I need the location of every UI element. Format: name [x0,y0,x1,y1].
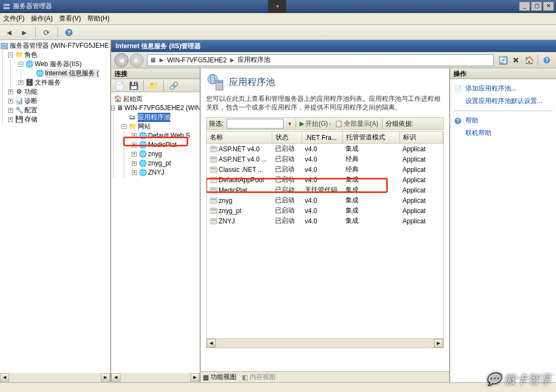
apppool-big-icon [206,73,225,91]
breadcrumb-node[interactable]: 应用程序池 [238,55,270,65]
refresh-button[interactable]: ⟳ [41,27,53,38]
minimize-button[interactable]: _ [519,2,530,11]
conn-znyg-pt[interactable]: +🌐znyg_pt [132,159,200,168]
menu-file[interactable]: 文件(F) [3,14,24,23]
table-row[interactable]: ASP.NET v4.0 ...已启动v4.0经典Applicat [207,154,443,164]
table-row[interactable]: znyg_pt已启动v4.0集成Applicat [207,205,443,216]
expand-icon[interactable]: + [8,117,13,122]
scroll-right-button[interactable]: ► [190,373,200,382]
expand-icon[interactable]: + [18,80,23,85]
start-button[interactable]: ▶开始(G) - [299,119,331,128]
collapse-icon[interactable]: − [111,106,115,111]
svg-rect-17 [211,168,216,169]
grid-header-row: 名称 状态 .NET Fra... 托管管道模式 标识 [207,132,443,144]
conn-startpage[interactable]: 🏠起始页 [111,94,200,104]
collapse-icon[interactable]: − [18,62,23,67]
action-online-help[interactable]: 联机帮助 [453,127,553,139]
col-pipeline[interactable]: 托管管道模式 [342,132,399,144]
expand-icon[interactable]: + [132,152,137,157]
breadcrumb[interactable]: 🖥 ▶ WIN-F7VFG5JEHE2 ▶ 应用程序池 [147,54,494,66]
menu-view[interactable]: 查看(V) [59,14,81,23]
tab-feature-view[interactable]: ▦功能视图 [203,372,237,382]
expand-icon[interactable]: + [132,170,137,175]
menu-help[interactable]: 帮助(H) [87,14,110,23]
chevron-down-icon[interactable]: ▼ [287,121,292,127]
col-name[interactable]: 名称 [207,132,272,144]
menu-action[interactable]: 操作(A) [31,14,53,23]
expand-icon[interactable]: + [132,143,137,147]
action-add-apppool[interactable]: 📄添加应用程序池... [453,82,553,95]
link-button[interactable]: 🔗 [168,80,180,92]
apppool-icon [210,156,218,163]
tree-web-iis[interactable]: −🌐Web 服务器(IIS) [18,60,110,69]
table-row[interactable]: znyg已启动v4.0集成Applicat [207,195,443,205]
table-row[interactable]: Classic .NET ...已启动v4.0经典Applicat [207,164,443,175]
conn-znyj[interactable]: +🌐ZNYJ [132,168,200,177]
scroll-right-button[interactable]: ► [101,373,110,382]
globe-icon: 🌐 [138,132,147,140]
svg-text:?: ? [456,118,459,124]
filter-input[interactable] [227,119,284,128]
home-button[interactable]: 🏠 [523,54,535,66]
stop-button[interactable]: ✖ [510,54,522,66]
expand-icon[interactable]: + [132,161,137,166]
table-row[interactable]: DefaultAppPool已启动v4.0集成Applicat [207,175,443,185]
close-button[interactable]: ✕ [543,2,554,11]
sites-icon: 📁 [128,123,137,131]
showall-label: 全部显示(A) [344,119,379,128]
nav-fwd-button[interactable]: ► [130,53,144,67]
back-button[interactable]: ◄ [3,27,15,38]
svg-rect-13 [211,147,216,149]
folder-button[interactable]: 📁 [148,80,159,92]
forward-button[interactable]: ► [18,27,30,38]
expand-icon[interactable]: + [8,108,13,113]
conn-apppools[interactable]: 🗂应用程序池 [122,113,200,122]
scroll-left-button[interactable]: ◄ [207,339,216,348]
tree-storage[interactable]: +💾存储 [8,115,110,124]
maximize-button[interactable]: ▢ [531,2,542,11]
apppool-icon [210,166,218,173]
conn-tool-icon[interactable]: 📄 [113,80,125,92]
tree-diag[interactable]: +📊诊断 [8,97,110,106]
help-button[interactable]: ? [63,27,75,38]
col-status[interactable]: 状态 [272,132,302,144]
fileserver-icon: 🗄️ [25,79,34,87]
tree-iis[interactable]: 🌐Internet 信息服务 ( [29,69,110,78]
save-button[interactable]: 💾 [127,80,139,92]
col-net[interactable]: .NET Fra... [302,132,342,144]
nav-back-button[interactable]: ◄ [114,53,129,67]
tree-file-svc[interactable]: +🗄️文件服务 [18,78,110,87]
tree-roles[interactable]: −📁角色 [8,50,110,60]
scroll-right-button[interactable]: ► [434,339,443,348]
collapse-icon[interactable]: − [122,124,126,129]
conn-medicplat[interactable]: +🌐MedicPlat [132,140,200,150]
breadcrumb-host[interactable]: WIN-F7VFG5JEHE2 [167,56,227,64]
action-help[interactable]: ?帮助 [453,114,553,127]
conn-sites[interactable]: −📁网站 [122,122,200,131]
tree-root[interactable]: 服务器管理器 (WIN-F7VFG5JEHE [0,41,110,50]
expand-icon[interactable]: + [132,133,137,138]
action-defaults-label: 设置应用程序池默认设置... [465,97,542,106]
conn-host[interactable]: −🖥WIN-F7VFG5JEHE2 (WIN [111,104,200,113]
conn-defaultweb[interactable]: +🌐Default Web S [132,131,200,140]
scroll-left-button[interactable]: ◄ [0,373,9,382]
conn-znyg[interactable]: +🌐znyg [132,150,200,159]
table-row[interactable]: MedicPlat已启动无托管代码集成Applicat [207,185,443,195]
showall-button[interactable]: 📋全部显示(A) [335,119,379,128]
tab-content-view[interactable]: ◧内容视图 [242,372,276,382]
col-identity[interactable]: 标识 [399,132,443,144]
tree-config[interactable]: +🔧配置 [8,106,110,115]
table-row[interactable]: ASP.NET v4.0已启动v4.0集成Applicat [207,144,443,155]
refresh-button[interactable]: 🔄 [497,54,509,66]
collapse-icon[interactable]: − [8,53,13,57]
svg-text:?: ? [67,30,71,36]
apppool-grid: 名称 状态 .NET Fra... 托管管道模式 标识 ASP.NET v4.0… [206,131,444,348]
conn-sites-label: 网站 [138,122,151,131]
scroll-left-button[interactable]: ◄ [111,373,120,382]
expand-icon[interactable]: + [8,89,13,94]
action-set-defaults[interactable]: 设置应用程序池默认设置... [453,95,553,107]
help-button[interactable]: ? [541,54,553,66]
expand-icon[interactable]: + [8,99,13,104]
table-row[interactable]: ZNYJ已启动v4.0集成Applicat [207,216,443,226]
tree-features[interactable]: +⚙功能 [8,87,110,97]
